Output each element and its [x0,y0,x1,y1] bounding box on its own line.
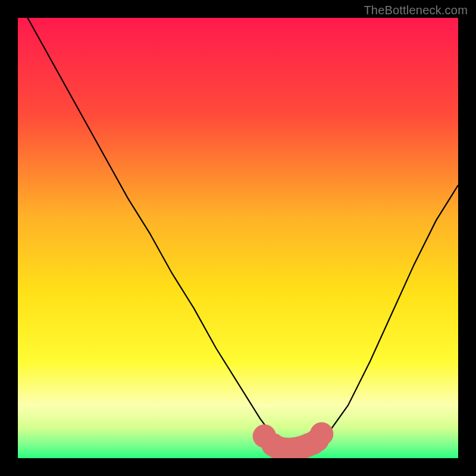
plot-area [18,18,458,458]
chart-svg [18,18,458,458]
chart-frame: TheBottleneck.com [0,0,476,476]
bottleneck-marker [310,422,333,445]
gradient-background [18,18,458,458]
attribution-text: TheBottleneck.com [364,4,468,17]
